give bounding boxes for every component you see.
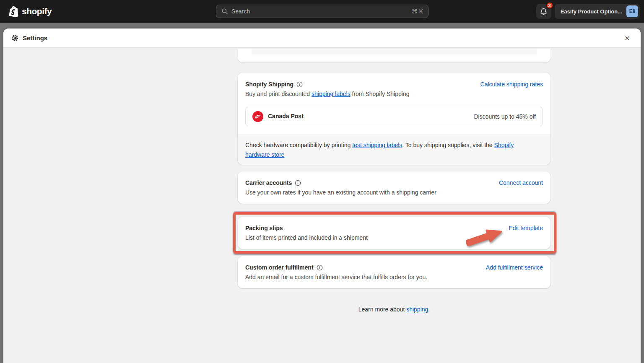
carrier-accounts-desc: Use your own rates if you have an existi…	[245, 188, 436, 197]
top-bar: shopify Search ⌘ K 3 Easify Product Opti…	[0, 0, 644, 23]
shopify-bag-icon	[8, 5, 19, 17]
connect-account-link[interactable]: Connect account	[499, 178, 543, 187]
settings-content: Shopify Shipping Buy and print discounte…	[3, 48, 641, 363]
shopify-logo[interactable]: shopify	[8, 5, 52, 17]
carrier-accounts-title: Carrier accounts	[245, 178, 292, 187]
info-icon[interactable]	[317, 264, 323, 271]
notifications-button[interactable]: 3	[536, 4, 551, 19]
carrier-discount: Discounts up to 45% off	[474, 113, 536, 120]
gear-icon	[11, 34, 19, 42]
edit-template-link[interactable]: Edit template	[509, 223, 543, 233]
packing-slips-title: Packing slips	[245, 223, 283, 233]
packing-slips-desc: List of items printed and included in a …	[245, 233, 368, 242]
custom-fulfillment-desc: Add an email for a custom fulfillment se…	[245, 272, 427, 282]
partial-card-row	[252, 49, 537, 54]
shipping-desc: Buy and print discounted	[245, 91, 312, 97]
search-shortcut: ⌘ K	[412, 8, 423, 15]
search-placeholder: Search	[231, 8, 408, 15]
footer-text-mid: . To buy shipping supplies, visit the	[402, 142, 494, 148]
carrier-name: Canada Post	[268, 113, 304, 120]
custom-fulfillment-title: Custom order fulfillment	[245, 263, 314, 272]
calculate-shipping-rates-link[interactable]: Calculate shipping rates	[480, 80, 543, 89]
store-avatar: E8	[626, 5, 638, 17]
add-fulfillment-service-link[interactable]: Add fulfillment service	[486, 263, 543, 272]
packing-slips-card: Packing slips List of items printed and …	[238, 217, 551, 249]
shopify-wordmark: shopify	[22, 6, 52, 16]
page-title: Settings	[23, 34, 47, 41]
notification-count-badge: 3	[546, 2, 553, 9]
settings-modal: Settings × Shopify Shipping	[3, 29, 641, 363]
packing-slips-annotated-area: Packing slips List of items printed and …	[238, 217, 551, 249]
test-shipping-labels-link[interactable]: test shipping labels	[352, 142, 402, 148]
info-icon[interactable]	[296, 81, 303, 88]
store-menu-button[interactable]: Easify Product Option... E8	[555, 4, 640, 19]
shipping-labels-link[interactable]: shipping labels	[312, 91, 351, 97]
shipping-card-footer: Check hardware compatibility by printing…	[238, 135, 551, 165]
search-input[interactable]: Search ⌘ K	[216, 5, 428, 18]
partial-card	[238, 49, 551, 62]
close-icon[interactable]: ×	[625, 34, 630, 42]
canada-post-logo-icon	[252, 111, 263, 122]
store-name: Easify Product Option...	[561, 8, 622, 15]
shipping-help-link[interactable]: shipping	[406, 306, 428, 313]
canada-post-row[interactable]: Canada Post Discounts up to 45% off	[245, 107, 543, 126]
settings-modal-header: Settings ×	[3, 29, 641, 48]
custom-fulfillment-card: Custom order fulfillment Add an email fo…	[238, 256, 551, 288]
shopify-shipping-card: Shopify Shipping Buy and print discounte…	[238, 73, 551, 165]
info-icon[interactable]	[295, 180, 301, 186]
bell-icon	[540, 8, 548, 16]
footer-text: Check hardware compatibility by printing	[245, 142, 352, 148]
learn-more-text: Learn more about shipping.	[238, 305, 551, 314]
search-icon	[221, 8, 228, 15]
shipping-desc-post: from Shopify Shipping	[351, 91, 410, 97]
carrier-accounts-card: Carrier accounts Use your own rates if y…	[238, 171, 551, 204]
shopify-shipping-title: Shopify Shipping	[245, 80, 293, 89]
